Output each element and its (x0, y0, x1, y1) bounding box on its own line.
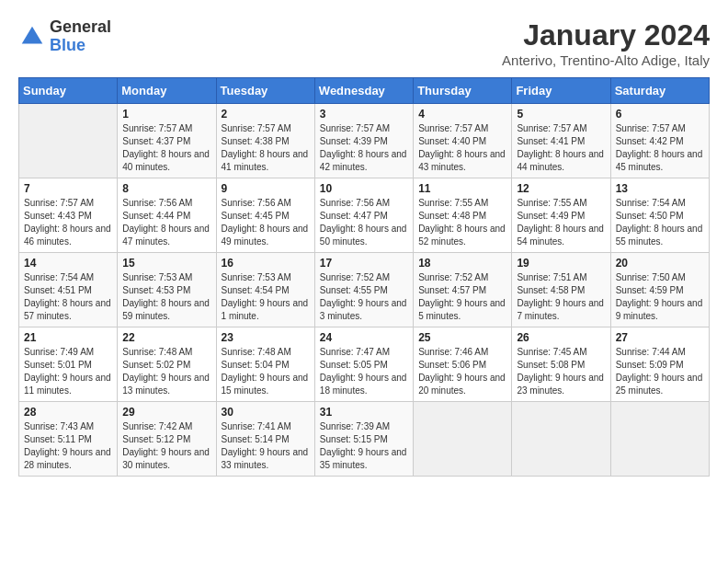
calendar-cell (19, 104, 118, 178)
calendar-cell: 16Sunrise: 7:53 AMSunset: 4:54 PMDayligh… (216, 253, 314, 327)
day-number: 29 (122, 406, 210, 419)
day-number: 8 (122, 182, 210, 195)
calendar-cell: 14Sunrise: 7:54 AMSunset: 4:51 PMDayligh… (19, 253, 118, 327)
calendar-cell: 18Sunrise: 7:52 AMSunset: 4:57 PMDayligh… (414, 253, 512, 327)
day-number: 10 (320, 182, 408, 195)
calendar-cell: 21Sunrise: 7:49 AMSunset: 5:01 PMDayligh… (19, 327, 118, 402)
day-info: Sunrise: 7:56 AMSunset: 4:45 PMDaylight:… (222, 197, 310, 248)
calendar-cell: 2Sunrise: 7:57 AMSunset: 4:38 PMDaylight… (216, 104, 314, 178)
day-info: Sunrise: 7:48 AMSunset: 5:02 PMDaylight:… (122, 346, 210, 397)
day-number: 26 (517, 331, 605, 344)
day-info: Sunrise: 7:52 AMSunset: 4:57 PMDaylight:… (418, 271, 506, 323)
day-info: Sunrise: 7:54 AMSunset: 4:51 PMDaylight:… (24, 271, 112, 323)
week-row-4: 21Sunrise: 7:49 AMSunset: 5:01 PMDayligh… (19, 327, 710, 402)
weekday-header-tuesday: Tuesday (216, 78, 314, 104)
day-info: Sunrise: 7:49 AMSunset: 5:01 PMDaylight:… (24, 346, 112, 397)
day-number: 25 (418, 331, 506, 344)
calendar-cell: 15Sunrise: 7:53 AMSunset: 4:53 PMDayligh… (118, 253, 216, 327)
day-number: 5 (517, 108, 605, 121)
week-row-3: 14Sunrise: 7:54 AMSunset: 4:51 PMDayligh… (19, 253, 710, 327)
day-number: 9 (222, 182, 310, 195)
day-info: Sunrise: 7:52 AMSunset: 4:55 PMDaylight:… (320, 271, 408, 323)
day-number: 13 (616, 182, 704, 195)
calendar-cell: 3Sunrise: 7:57 AMSunset: 4:39 PMDaylight… (314, 104, 413, 178)
day-info: Sunrise: 7:53 AMSunset: 4:53 PMDaylight:… (122, 271, 210, 323)
week-row-2: 7Sunrise: 7:57 AMSunset: 4:43 PMDaylight… (19, 178, 710, 253)
day-info: Sunrise: 7:43 AMSunset: 5:11 PMDaylight:… (24, 420, 112, 472)
calendar-cell: 31Sunrise: 7:39 AMSunset: 5:15 PMDayligh… (314, 402, 413, 477)
calendar-cell (512, 402, 610, 477)
day-info: Sunrise: 7:53 AMSunset: 4:54 PMDaylight:… (222, 271, 310, 323)
day-number: 21 (24, 331, 112, 344)
weekday-header-saturday: Saturday (610, 78, 709, 104)
month-title: January 2024 (502, 18, 710, 52)
calendar-cell: 9Sunrise: 7:56 AMSunset: 4:45 PMDaylight… (216, 178, 314, 253)
day-number: 2 (222, 108, 310, 121)
weekday-header-thursday: Thursday (414, 78, 512, 104)
day-number: 30 (222, 406, 310, 419)
calendar-cell: 11Sunrise: 7:55 AMSunset: 4:48 PMDayligh… (414, 178, 512, 253)
day-info: Sunrise: 7:51 AMSunset: 4:58 PMDaylight:… (517, 271, 605, 323)
day-number: 3 (320, 108, 408, 121)
day-number: 28 (24, 406, 112, 419)
day-number: 6 (616, 108, 704, 121)
calendar-cell: 22Sunrise: 7:48 AMSunset: 5:02 PMDayligh… (118, 327, 216, 402)
day-number: 24 (320, 331, 408, 344)
calendar-cell (414, 402, 512, 477)
day-info: Sunrise: 7:47 AMSunset: 5:05 PMDaylight:… (320, 346, 408, 397)
logo-text: General Blue (50, 18, 111, 55)
day-number: 19 (517, 257, 605, 270)
day-info: Sunrise: 7:57 AMSunset: 4:39 PMDaylight:… (320, 122, 408, 174)
calendar-cell: 6Sunrise: 7:57 AMSunset: 4:42 PMDaylight… (610, 104, 709, 178)
day-number: 18 (418, 257, 506, 270)
calendar-cell: 17Sunrise: 7:52 AMSunset: 4:55 PMDayligh… (314, 253, 413, 327)
calendar-cell: 4Sunrise: 7:57 AMSunset: 4:40 PMDaylight… (414, 104, 512, 178)
calendar-cell: 10Sunrise: 7:56 AMSunset: 4:47 PMDayligh… (314, 178, 413, 253)
day-info: Sunrise: 7:55 AMSunset: 4:48 PMDaylight:… (418, 197, 506, 248)
calendar-cell: 13Sunrise: 7:54 AMSunset: 4:50 PMDayligh… (610, 178, 709, 253)
title-area: January 2024 Anterivo, Trentino-Alto Adi… (502, 18, 710, 68)
day-info: Sunrise: 7:44 AMSunset: 5:09 PMDaylight:… (616, 346, 704, 397)
day-number: 16 (222, 257, 310, 270)
calendar-cell: 28Sunrise: 7:43 AMSunset: 5:11 PMDayligh… (19, 402, 118, 477)
calendar-cell: 5Sunrise: 7:57 AMSunset: 4:41 PMDaylight… (512, 104, 610, 178)
logo-icon (18, 23, 46, 51)
weekday-header-row: SundayMondayTuesdayWednesdayThursdayFrid… (19, 78, 710, 104)
logo-blue: Blue (50, 37, 111, 55)
day-number: 12 (517, 182, 605, 195)
day-info: Sunrise: 7:45 AMSunset: 5:08 PMDaylight:… (517, 346, 605, 397)
calendar-cell: 1Sunrise: 7:57 AMSunset: 4:37 PMDaylight… (118, 104, 216, 178)
weekday-header-wednesday: Wednesday (314, 78, 413, 104)
day-number: 1 (122, 108, 210, 121)
calendar-cell: 8Sunrise: 7:56 AMSunset: 4:44 PMDaylight… (118, 178, 216, 253)
calendar-cell: 24Sunrise: 7:47 AMSunset: 5:05 PMDayligh… (314, 327, 413, 402)
calendar-cell: 23Sunrise: 7:48 AMSunset: 5:04 PMDayligh… (216, 327, 314, 402)
weekday-header-sunday: Sunday (19, 78, 118, 104)
day-number: 27 (616, 331, 704, 344)
calendar-table: SundayMondayTuesdayWednesdayThursdayFrid… (18, 77, 710, 477)
calendar-cell: 12Sunrise: 7:55 AMSunset: 4:49 PMDayligh… (512, 178, 610, 253)
week-row-5: 28Sunrise: 7:43 AMSunset: 5:11 PMDayligh… (19, 402, 710, 477)
day-number: 15 (122, 257, 210, 270)
header: General Blue January 2024 Anterivo, Tren… (18, 18, 710, 68)
day-info: Sunrise: 7:50 AMSunset: 4:59 PMDaylight:… (616, 271, 704, 323)
day-number: 14 (24, 257, 112, 270)
day-number: 7 (24, 182, 112, 195)
day-info: Sunrise: 7:57 AMSunset: 4:38 PMDaylight:… (222, 122, 310, 174)
day-info: Sunrise: 7:57 AMSunset: 4:37 PMDaylight:… (122, 122, 210, 174)
calendar-cell: 25Sunrise: 7:46 AMSunset: 5:06 PMDayligh… (414, 327, 512, 402)
day-info: Sunrise: 7:55 AMSunset: 4:49 PMDaylight:… (517, 197, 605, 248)
calendar-cell: 7Sunrise: 7:57 AMSunset: 4:43 PMDaylight… (19, 178, 118, 253)
day-info: Sunrise: 7:39 AMSunset: 5:15 PMDaylight:… (320, 420, 408, 472)
day-info: Sunrise: 7:57 AMSunset: 4:41 PMDaylight:… (517, 122, 605, 174)
day-info: Sunrise: 7:46 AMSunset: 5:06 PMDaylight:… (418, 346, 506, 397)
calendar-cell: 19Sunrise: 7:51 AMSunset: 4:58 PMDayligh… (512, 253, 610, 327)
day-info: Sunrise: 7:42 AMSunset: 5:12 PMDaylight:… (122, 420, 210, 472)
day-info: Sunrise: 7:57 AMSunset: 4:43 PMDaylight:… (24, 197, 112, 248)
day-number: 31 (320, 406, 408, 419)
day-number: 11 (418, 182, 506, 195)
calendar-cell: 30Sunrise: 7:41 AMSunset: 5:14 PMDayligh… (216, 402, 314, 477)
calendar-cell: 26Sunrise: 7:45 AMSunset: 5:08 PMDayligh… (512, 327, 610, 402)
location-title: Anterivo, Trentino-Alto Adige, Italy (502, 52, 710, 68)
day-number: 20 (616, 257, 704, 270)
